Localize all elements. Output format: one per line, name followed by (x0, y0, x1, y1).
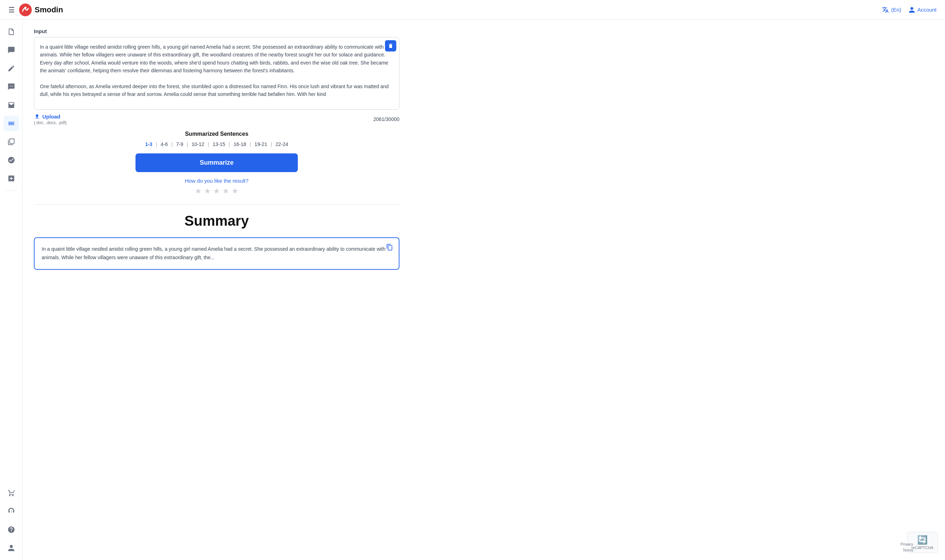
star-2[interactable]: ★ (204, 186, 211, 196)
sidebar-item-addons[interactable] (3, 171, 19, 186)
account-label: Account (917, 7, 937, 13)
upload-label: Upload (42, 114, 60, 120)
sep7: | (271, 142, 272, 147)
header: ☰ Smodin (En) Account (0, 0, 945, 20)
sep4: | (208, 142, 209, 147)
delete-button[interactable] (385, 40, 396, 51)
sentence-tab-1-3[interactable]: 1-3 (143, 141, 154, 148)
star-3[interactable]: ★ (213, 186, 220, 196)
sidebar-item-message[interactable] (3, 79, 19, 94)
sidebar (0, 20, 23, 278)
upload-icon (34, 113, 40, 120)
account-button[interactable]: Account (908, 6, 937, 14)
upload-container: Upload (.doc, .docx, .pdf) (34, 113, 67, 125)
sentence-tab-19-21[interactable]: 19-21 (253, 141, 268, 148)
star-1[interactable]: ★ (195, 186, 202, 196)
translate-icon (882, 6, 889, 14)
copy-button[interactable] (384, 242, 395, 253)
summary-text: In a quaint little village nestled amids… (42, 245, 392, 262)
summarized-section: Summarized Sentences 1-3 | 4-6 | 7-9 | 1… (34, 131, 399, 148)
logo-text: Smodin (35, 5, 63, 14)
translate-button[interactable]: (En) (882, 6, 901, 14)
rating-section: How do you like the result? ★ ★ ★ ★ ★ (34, 178, 399, 196)
main-content: Input In a quaint little village nestled… (23, 20, 411, 278)
summary-divider (34, 204, 399, 205)
svg-point-1 (24, 7, 26, 9)
char-count: 2061/30000 (373, 116, 399, 122)
input-textarea[interactable]: In a quaint little village nestled amids… (34, 37, 399, 108)
text-area-container: In a quaint little village nestled amids… (34, 37, 399, 110)
sentence-tab-16-18[interactable]: 16-18 (232, 141, 248, 148)
sentence-tab-7-9[interactable]: 7-9 (175, 141, 185, 148)
sentence-tab-10-12[interactable]: 10-12 (190, 141, 206, 148)
sep2: | (171, 142, 173, 147)
sidebar-item-inbox[interactable] (3, 97, 19, 113)
sentence-tab-22-24[interactable]: 22-24 (274, 141, 290, 148)
sidebar-divider (6, 191, 17, 191)
summarize-button[interactable]: Summarize (136, 154, 298, 172)
upload-formats: (.doc, .docx, .pdf) (34, 120, 67, 125)
summarized-title: Summarized Sentences (34, 131, 399, 137)
sidebar-item-flashcards[interactable] (3, 134, 19, 149)
sep1: | (156, 142, 157, 147)
upload-link[interactable]: Upload (34, 113, 67, 120)
header-right: (En) Account (882, 6, 937, 14)
summary-heading: Summary (34, 213, 399, 229)
input-label: Input (34, 28, 399, 34)
sep6: | (250, 142, 251, 147)
sidebar-item-edit[interactable] (3, 61, 19, 76)
sentence-tab-4-6[interactable]: 4-6 (159, 141, 169, 148)
translate-label: (En) (891, 7, 901, 13)
sidebar-item-document[interactable] (3, 24, 19, 40)
summary-output: In a quaint little village nestled amids… (34, 237, 399, 270)
star-5[interactable]: ★ (231, 186, 239, 196)
sep5: | (229, 142, 230, 147)
logo-container: Smodin (19, 3, 63, 16)
hamburger-icon[interactable]: ☰ (8, 6, 15, 14)
header-left: ☰ Smodin (8, 3, 63, 16)
sentence-tab-13-15[interactable]: 13-15 (211, 141, 227, 148)
sep3: | (187, 142, 188, 147)
account-icon (908, 6, 915, 14)
sidebar-item-text[interactable] (3, 116, 19, 131)
rating-question: How do you like the result? (34, 178, 399, 184)
star-4[interactable]: ★ (222, 186, 230, 196)
sidebar-item-grade[interactable] (3, 152, 19, 168)
input-section: Input In a quaint little village nestled… (34, 28, 399, 125)
stars-container: ★ ★ ★ ★ ★ (34, 186, 399, 196)
sentence-tabs: 1-3 | 4-6 | 7-9 | 10-12 | 13-15 | 16-18 … (34, 141, 399, 148)
smodin-logo-icon (19, 3, 32, 16)
upload-row: Upload (.doc, .docx, .pdf) 2061/30000 (34, 113, 399, 125)
sidebar-item-chat[interactable] (3, 42, 19, 58)
